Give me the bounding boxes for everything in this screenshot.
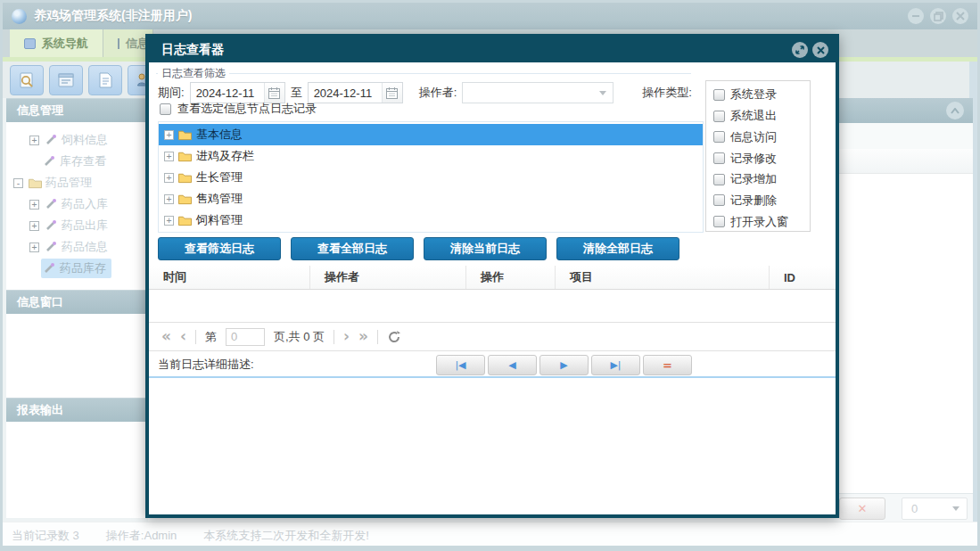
tab-system-navigation[interactable]: 系统导航 [10, 29, 103, 57]
tree-item-feed-management[interactable]: + 饲料管理 [159, 210, 703, 231]
expander-icon[interactable]: + [164, 130, 174, 140]
tree-item-basic-info[interactable]: + 基本信息 [159, 124, 703, 145]
sidebar-item-medicine-management[interactable]: - 药品管理 [6, 172, 145, 193]
tab-label: 系统导航 [42, 36, 88, 52]
checkbox-record-delete[interactable]: 记录删除 [713, 192, 810, 210]
clear-all-logs-button[interactable]: 清除全部日志 [556, 237, 679, 260]
refresh-button[interactable] [387, 330, 401, 344]
previous-record-button[interactable]: ◀ [488, 355, 537, 375]
restore-button[interactable] [930, 8, 946, 24]
dialog-body: 日志查看筛选 期间: 至 操作者: [149, 62, 836, 514]
checkbox-icon[interactable] [713, 89, 725, 101]
folder-icon [29, 177, 42, 189]
grid-tab-icon [118, 38, 119, 49]
page-size-combo[interactable]: 0 [902, 498, 968, 520]
checkbox-info-access[interactable]: 信息访问 [713, 127, 810, 146]
column-operator[interactable]: 操作者 [310, 266, 466, 289]
checkbox-icon[interactable] [713, 152, 725, 164]
sidebar-section-report-output[interactable]: 报表输出 [6, 398, 145, 422]
column-id[interactable]: ID [770, 266, 836, 289]
expander-icon[interactable]: + [164, 216, 174, 226]
checkbox-icon[interactable] [713, 111, 725, 122]
view-filtered-logs-button[interactable]: 查看筛选日志 [158, 237, 281, 260]
sidebar-item-stock-view[interactable]: 库存查看 [6, 151, 145, 172]
checkbox-icon[interactable] [160, 103, 171, 115]
expander-icon[interactable]: + [164, 152, 174, 161]
sidebar-item-medicine-in[interactable]: + 药品入库 [6, 193, 145, 215]
folder-icon [178, 150, 192, 162]
previous-record-icon: ◀ [508, 359, 515, 371]
checkbox-icon[interactable] [713, 194, 725, 206]
checkbox-record-add[interactable]: 记录增加 [713, 170, 810, 189]
expander-icon[interactable]: + [29, 136, 39, 145]
dialog-maximize-button[interactable] [792, 42, 808, 58]
last-page-button[interactable]: » [358, 329, 368, 344]
tree-item-label: 售鸡管理 [196, 191, 243, 207]
expander-icon[interactable]: + [29, 243, 39, 252]
clear-filter-button[interactable]: ✕ [839, 498, 885, 520]
previous-page-button[interactable]: ‹ [180, 329, 186, 344]
column-operation[interactable]: 操作 [466, 266, 556, 289]
checkbox-label: 系统退出 [730, 108, 777, 124]
dialog-titlebar[interactable]: 日志查看器 [149, 37, 836, 62]
close-button[interactable] [952, 8, 968, 24]
document-button[interactable] [88, 65, 122, 95]
sidebar-section-info-management[interactable]: 信息管理 [6, 98, 145, 122]
first-record-button[interactable]: |◀ [436, 355, 485, 375]
calendar-button[interactable] [382, 83, 402, 103]
expander-icon[interactable]: - [13, 178, 23, 188]
first-page-button[interactable]: « [161, 329, 171, 344]
checkbox-system-logout[interactable]: 系统退出 [713, 107, 810, 126]
checkbox-icon[interactable] [713, 174, 725, 185]
sidebar-item-label: 药品信息 [62, 239, 108, 255]
checkbox-icon[interactable] [713, 131, 725, 143]
checkbox-system-login[interactable]: 系统登录 [713, 86, 810, 104]
checkbox-label: 信息访问 [730, 129, 777, 145]
last-record-button[interactable]: ▶| [591, 355, 640, 375]
sidebar-section-info-window[interactable]: 信息窗口 [6, 290, 145, 314]
next-record-button[interactable]: ▶ [539, 355, 589, 375]
expander-icon[interactable]: + [29, 221, 39, 231]
checkbox-open-entry-window[interactable]: 打开录入窗 [713, 212, 810, 231]
minimize-button[interactable] [908, 8, 924, 24]
sidebar-item-feed-info[interactable]: + 饲料信息 [6, 129, 145, 151]
tree-item-label: 饲料管理 [196, 212, 243, 228]
clear-current-logs-button[interactable]: 清除当前日志 [424, 237, 547, 260]
section-title: 报表输出 [17, 402, 63, 418]
sidebar-item-medicine-stock[interactable]: 药品库存 [6, 258, 145, 279]
tree-item-growth-management[interactable]: + 生长管理 [159, 167, 703, 188]
calendar-button[interactable] [264, 83, 284, 103]
expander-icon[interactable]: + [164, 194, 174, 204]
date-from-input[interactable] [191, 83, 264, 103]
expander-icon[interactable]: + [164, 173, 174, 183]
status-bar: 当前记录数 3 操作者:Admin 本系统支持二次开发和全新开发! [3, 522, 977, 548]
dialog-close-button[interactable] [812, 42, 828, 58]
column-project[interactable]: 项目 [556, 266, 770, 289]
column-time[interactable]: 时间 [149, 266, 310, 289]
form-view-button[interactable] [49, 65, 83, 95]
checkbox-record-modify[interactable]: 记录修改 [713, 149, 810, 168]
search-record-button[interactable] [10, 65, 44, 95]
checkbox-label: 查看选定信息节点日志记录 [177, 101, 317, 117]
view-all-logs-button[interactable]: 查看全部日志 [291, 237, 414, 260]
sidebar-item-medicine-out[interactable]: + 药品出库 [6, 215, 145, 236]
tree-item-chicken-intake[interactable]: + 进鸡及存栏 [159, 145, 703, 167]
checkbox-icon[interactable] [713, 216, 725, 227]
date-to-input[interactable] [309, 83, 382, 103]
delete-record-button[interactable]: = [643, 355, 692, 375]
view-node-logs-checkbox[interactable]: 查看选定信息节点日志记录 [160, 101, 317, 117]
operator-combo[interactable] [462, 82, 614, 103]
close-icon [817, 46, 825, 54]
page-number-input[interactable] [226, 328, 265, 346]
sidebar-item-medicine-info[interactable]: + 药品信息 [6, 236, 145, 258]
form-window-icon [57, 71, 75, 89]
separator [377, 330, 378, 344]
wand-icon [45, 241, 58, 253]
log-grid-body [149, 290, 836, 322]
tree-item-chicken-sales[interactable]: + 售鸡管理 [159, 188, 703, 210]
collapse-panel-button[interactable] [946, 102, 964, 119]
filter-legend: 日志查看筛选 [158, 66, 229, 81]
next-page-button[interactable]: › [343, 329, 350, 344]
expander-icon[interactable]: + [29, 200, 39, 210]
document-icon [97, 71, 113, 89]
